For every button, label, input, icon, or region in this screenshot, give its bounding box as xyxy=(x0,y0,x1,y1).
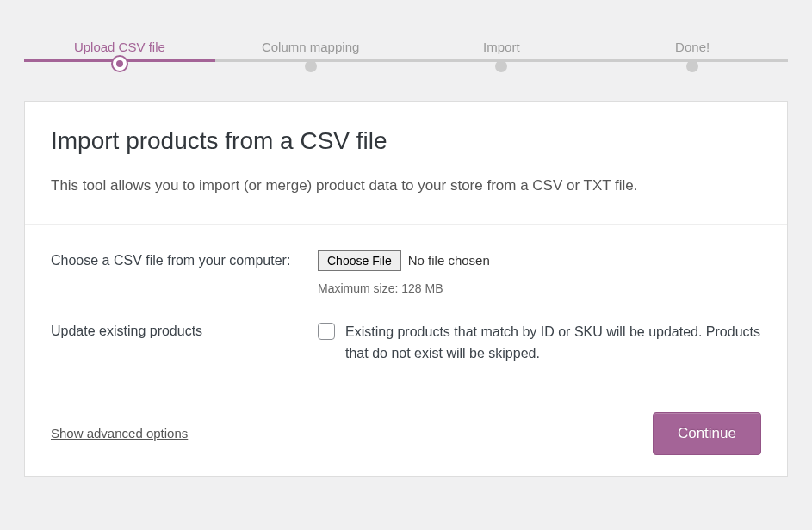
file-status: No file chosen xyxy=(408,253,490,268)
file-field-control: Choose File No file chosen Maximum size:… xyxy=(318,250,761,295)
card-footer: Show advanced options Continue xyxy=(25,391,787,476)
step-import[interactable]: Import xyxy=(406,40,598,75)
update-field-control: Existing products that match by ID or SK… xyxy=(318,321,761,365)
file-size-hint: Maximum size: 128 MB xyxy=(318,281,761,295)
file-field-label: Choose a CSV file from your computer: xyxy=(51,250,318,295)
step-upload[interactable]: Upload CSV file xyxy=(24,40,215,75)
step-label: Upload CSV file xyxy=(24,40,215,54)
update-field-row: Update existing products Existing produc… xyxy=(51,321,761,365)
step-label: Import xyxy=(406,40,598,54)
card-body: Choose a CSV file from your computer: Ch… xyxy=(25,225,787,391)
step-dot-icon xyxy=(305,60,317,72)
step-dot-icon xyxy=(495,60,507,72)
file-input-wrapper: Choose File No file chosen xyxy=(318,250,761,271)
checkbox-row: Existing products that match by ID or SK… xyxy=(318,321,761,365)
update-existing-checkbox[interactable] xyxy=(318,323,335,340)
import-card: Import products from a CSV file This too… xyxy=(24,101,788,477)
continue-button[interactable]: Continue xyxy=(653,412,761,455)
update-field-label: Update existing products xyxy=(51,321,318,365)
step-dot-icon xyxy=(113,57,127,71)
advanced-options-link[interactable]: Show advanced options xyxy=(51,426,188,441)
import-stepper: Upload CSV file Column mapping Import Do… xyxy=(24,0,788,75)
step-column-mapping[interactable]: Column mapping xyxy=(215,40,406,75)
step-dot-icon xyxy=(686,60,698,72)
step-label: Column mapping xyxy=(215,40,406,54)
step-done[interactable]: Done! xyxy=(597,40,788,75)
page-description: This tool allows you to import (or merge… xyxy=(51,176,761,196)
choose-file-button[interactable]: Choose File xyxy=(318,250,401,271)
page-title: Import products from a CSV file xyxy=(51,127,761,155)
step-label: Done! xyxy=(597,40,788,54)
file-field-row: Choose a CSV file from your computer: Ch… xyxy=(51,250,761,295)
update-checkbox-description: Existing products that match by ID or SK… xyxy=(345,321,761,365)
card-header: Import products from a CSV file This too… xyxy=(25,102,787,225)
